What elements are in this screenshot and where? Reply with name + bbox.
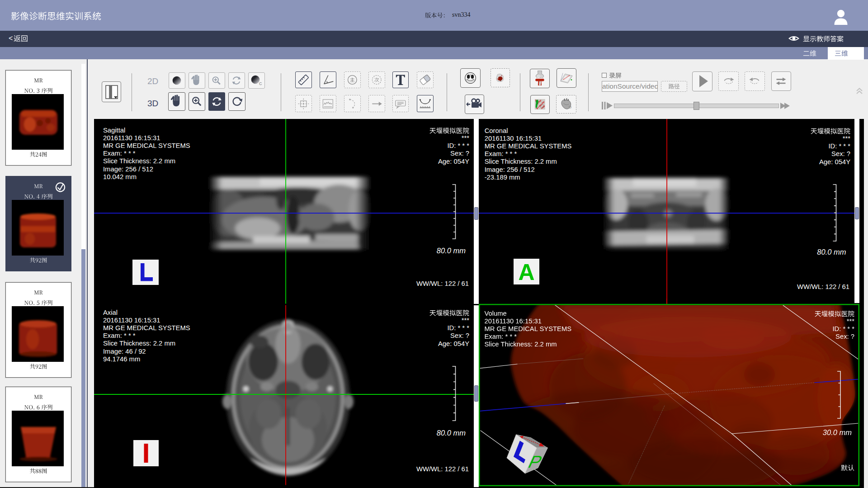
svg-text:20161130 16:15:31: 20161130 16:15:31: [103, 134, 160, 142]
svg-text:WW/WL: 122 / 61: WW/WL: 122 / 61: [416, 465, 469, 473]
svg-text:Image: 256 / 512: Image: 256 / 512: [103, 166, 153, 173]
svg-text:MR GE MEDICAL SYSTEMS: MR GE MEDICAL SYSTEMS: [485, 325, 572, 332]
svg-text:Exam: * * *: Exam: * * *: [485, 150, 517, 157]
svg-text:Slice Thickness: 2.2 mm: Slice Thickness: 2.2 mm: [103, 157, 175, 165]
svg-text:WW/WL: 122 / 61: WW/WL: 122 / 61: [797, 283, 849, 290]
svg-text:ID: * * *: ID: * * *: [832, 325, 854, 332]
svg-text:80.0 mm: 80.0 mm: [437, 429, 466, 437]
svg-text:C: C: [259, 81, 262, 86]
svg-text:A: A: [518, 260, 534, 285]
svg-text:Exam: * * *: Exam: * * *: [485, 333, 517, 340]
svg-text:80.0 mm: 80.0 mm: [437, 246, 466, 255]
svg-text:80.0 mm: 80.0 mm: [817, 248, 846, 256]
svg-text:Age: 054Y: Age: 054Y: [438, 340, 469, 347]
svg-text:Coronal: Coronal: [485, 127, 508, 134]
svg-text:Volume: Volume: [485, 310, 507, 317]
svg-text:D: D: [569, 105, 572, 109]
svg-text:Slice Thickness: 2.2 mm: Slice Thickness: 2.2 mm: [485, 158, 557, 165]
svg-text:***: ***: [843, 135, 851, 142]
svg-text:Axial: Axial: [103, 309, 118, 316]
svg-text:Age: 054Y: Age: 054Y: [819, 158, 850, 166]
svg-text:-23.189 mm: -23.189 mm: [485, 174, 520, 181]
svg-text:MR GE MEDICAL SYSTEMS: MR GE MEDICAL SYSTEMS: [103, 324, 190, 332]
svg-text:Sex: ?: Sex: ?: [831, 150, 850, 157]
svg-text:Sex: ?: Sex: ?: [450, 150, 469, 157]
svg-text:***: ***: [462, 134, 470, 142]
svg-text:Sagittal: Sagittal: [103, 127, 125, 134]
svg-text:MR GE MEDICAL SYSTEMS: MR GE MEDICAL SYSTEMS: [103, 142, 190, 149]
svg-text:Sex: ?: Sex: ?: [450, 332, 469, 339]
svg-text:Exam: * * *: Exam: * * *: [103, 150, 136, 157]
svg-text:10.042 mm: 10.042 mm: [103, 173, 137, 180]
svg-text:Slice Thickness: 2.2 mm: Slice Thickness: 2.2 mm: [485, 341, 557, 348]
svg-text:20161130 16:15:31: 20161130 16:15:31: [103, 317, 160, 324]
svg-text:Image: 256 / 512: Image: 256 / 512: [485, 166, 535, 173]
svg-text:20161130 16:15:31: 20161130 16:15:31: [485, 135, 542, 142]
svg-text:20161130 16:15:31: 20161130 16:15:31: [485, 317, 542, 325]
svg-text:Image: 46 / 92: Image: 46 / 92: [103, 348, 146, 355]
svg-text:ID: * * *: ID: * * *: [828, 142, 850, 150]
svg-text:Exam: * * *: Exam: * * *: [103, 332, 136, 339]
svg-text:Age: 054Y: Age: 054Y: [438, 158, 469, 165]
svg-text:***: ***: [847, 317, 855, 325]
svg-text:MR GE MEDICAL SYSTEMS: MR GE MEDICAL SYSTEMS: [485, 142, 572, 150]
svg-text:Slice Thickness: 2.2 mm: Slice Thickness: 2.2 mm: [103, 340, 175, 347]
svg-text:Sex: ?: Sex: ?: [835, 333, 854, 340]
svg-text:ID: * * *: ID: * * *: [447, 324, 469, 332]
svg-text:94.1746 mm: 94.1746 mm: [103, 355, 140, 363]
svg-text:***: ***: [462, 317, 470, 324]
svg-text:ID: * * *: ID: * * *: [447, 142, 469, 149]
svg-text:WW/WL: 122 / 61: WW/WL: 122 / 61: [416, 280, 469, 287]
svg-text:30.0 mm: 30.0 mm: [823, 428, 852, 436]
